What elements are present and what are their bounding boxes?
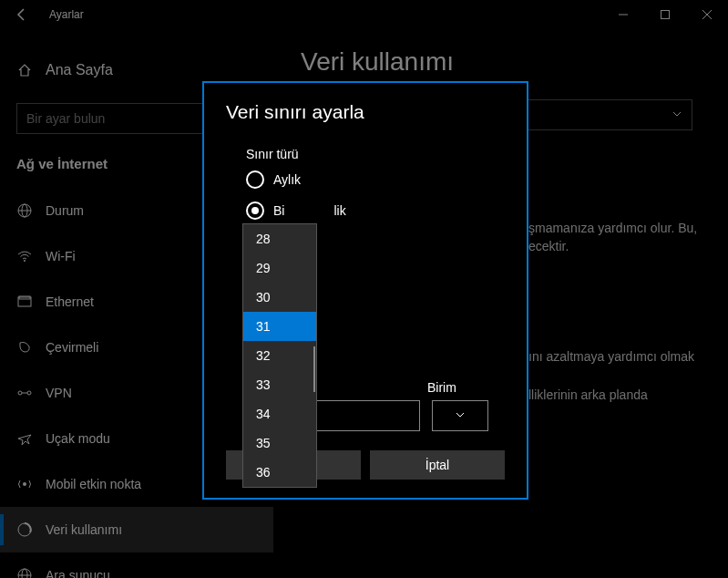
radio-onetime[interactable]: Bi lik bbox=[246, 201, 505, 220]
flyout-item[interactable]: 35 bbox=[243, 428, 316, 458]
radio-icon bbox=[246, 201, 264, 220]
radio-icon bbox=[246, 170, 264, 189]
flyout-item[interactable]: 32 bbox=[243, 341, 316, 370]
flyout-item-selected[interactable]: 31 bbox=[243, 312, 316, 341]
radio-label-partial: Bi bbox=[273, 203, 284, 218]
flyout-item[interactable]: 29 bbox=[243, 253, 316, 283]
unit-label: Birim bbox=[427, 380, 456, 395]
flyout-item[interactable]: 30 bbox=[243, 283, 316, 312]
radio-label-suffix: lik bbox=[333, 203, 345, 218]
cancel-button[interactable]: İptal bbox=[370, 450, 505, 480]
flyout-item[interactable]: 34 bbox=[243, 399, 316, 428]
flyout-item[interactable]: 33 bbox=[243, 370, 316, 399]
limit-type-label: Sınır türü bbox=[246, 147, 505, 161]
days-flyout[interactable]: 28 29 30 31 32 33 34 35 36 bbox=[242, 223, 317, 488]
unit-select[interactable] bbox=[432, 400, 488, 431]
flyout-item[interactable]: 28 bbox=[243, 224, 316, 253]
flyout-scrollbar[interactable] bbox=[313, 346, 315, 392]
dialog-title: Veri sınırı ayarla bbox=[226, 101, 505, 123]
chevron-down-icon bbox=[455, 408, 466, 424]
radio-label: Aylık bbox=[273, 172, 301, 187]
radio-monthly[interactable]: Aylık bbox=[246, 170, 505, 189]
flyout-item[interactable]: 36 bbox=[243, 458, 316, 487]
